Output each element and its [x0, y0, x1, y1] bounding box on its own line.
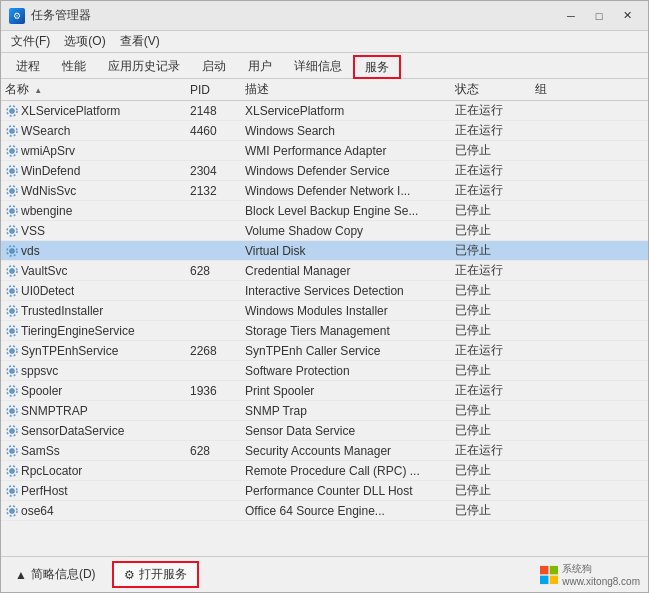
table-row[interactable]: TieringEngineService Storage Tiers Manag…: [1, 321, 648, 341]
table-body[interactable]: XLServicePlatform 2148 XLServicePlatform…: [1, 101, 648, 556]
tab-details[interactable]: 详细信息: [283, 54, 353, 78]
service-icon: [5, 184, 19, 198]
svg-point-34: [10, 448, 15, 453]
col-header-pid[interactable]: PID: [186, 83, 241, 97]
tab-startup[interactable]: 启动: [191, 54, 237, 78]
svg-rect-45: [550, 575, 558, 583]
cell-pid: 628: [186, 444, 241, 458]
col-header-group[interactable]: 组: [531, 81, 591, 98]
cell-name-text: wmiApSrv: [21, 144, 75, 158]
cell-pid: 2304: [186, 164, 241, 178]
menu-view[interactable]: 查看(V): [114, 31, 166, 52]
cell-desc: Credential Manager: [241, 264, 451, 278]
cell-status: 正在运行: [451, 342, 531, 359]
cell-desc: Remote Procedure Call (RPC) ...: [241, 464, 451, 478]
title-bar: ⚙ 任务管理器 ─ □ ✕: [1, 1, 648, 31]
table-row[interactable]: PerfHost Performance Counter DLL Host 已停…: [1, 481, 648, 501]
table-row[interactable]: sppsvc Software Protection 已停止: [1, 361, 648, 381]
svg-point-18: [10, 288, 15, 293]
cell-name: WdNisSvc: [1, 184, 186, 198]
service-icon: [5, 144, 19, 158]
cell-desc: Office 64 Source Engine...: [241, 504, 451, 518]
bottom-bar: ▲ 简略信息(D) ⚙ 打开服务 系统狗 www.xitong8.com: [1, 556, 648, 592]
cell-name: WinDefend: [1, 164, 186, 178]
menu-options[interactable]: 选项(O): [58, 31, 111, 52]
tab-users[interactable]: 用户: [237, 54, 283, 78]
open-service-button[interactable]: ⚙ 打开服务: [112, 561, 199, 588]
tab-app-history[interactable]: 应用历史记录: [97, 54, 191, 78]
cell-name: TrustedInstaller: [1, 304, 186, 318]
table-row[interactable]: VSS Volume Shadow Copy 已停止: [1, 221, 648, 241]
open-service-icon: ⚙: [124, 568, 135, 582]
table-row[interactable]: wbengine Block Level Backup Engine Se...…: [1, 201, 648, 221]
cell-status: 已停止: [451, 462, 531, 479]
cell-name-text: WSearch: [21, 124, 70, 138]
svg-point-26: [10, 368, 15, 373]
cell-name-text: SensorDataService: [21, 424, 124, 438]
cell-name-text: VSS: [21, 224, 45, 238]
cell-desc: Print Spooler: [241, 384, 451, 398]
table-row[interactable]: VaultSvc 628 Credential Manager 正在运行: [1, 261, 648, 281]
cell-desc: SynTPEnh Caller Service: [241, 344, 451, 358]
title-bar-left: ⚙ 任务管理器: [9, 7, 91, 24]
cell-name: SensorDataService: [1, 424, 186, 438]
close-button[interactable]: ✕: [614, 7, 640, 25]
service-icon: [5, 244, 19, 258]
cell-name: PerfHost: [1, 484, 186, 498]
cell-name: RpcLocator: [1, 464, 186, 478]
cell-name: wbengine: [1, 204, 186, 218]
svg-point-0: [10, 108, 15, 113]
tab-performance[interactable]: 性能: [51, 54, 97, 78]
cell-name: SynTPEnhService: [1, 344, 186, 358]
cell-status: 已停止: [451, 222, 531, 239]
service-icon: [5, 424, 19, 438]
table-row[interactable]: SynTPEnhService 2268 SynTPEnh Caller Ser…: [1, 341, 648, 361]
summary-button[interactable]: ▲ 简略信息(D): [9, 564, 102, 585]
cell-name: vds: [1, 244, 186, 258]
table-row[interactable]: SamSs 628 Security Accounts Manager 正在运行: [1, 441, 648, 461]
service-icon: [5, 504, 19, 518]
cell-name-text: TrustedInstaller: [21, 304, 103, 318]
table-row[interactable]: RpcLocator Remote Procedure Call (RPC) .…: [1, 461, 648, 481]
cell-desc: WMI Performance Adapter: [241, 144, 451, 158]
cell-name: Spooler: [1, 384, 186, 398]
cell-desc: Windows Modules Installer: [241, 304, 451, 318]
table-row[interactable]: WinDefend 2304 Windows Defender Service …: [1, 161, 648, 181]
service-icon: [5, 384, 19, 398]
table-row[interactable]: ose64 Office 64 Source Engine... 已停止: [1, 501, 648, 521]
title-buttons: ─ □ ✕: [558, 7, 640, 25]
service-icon: [5, 324, 19, 338]
minimize-button[interactable]: ─: [558, 7, 584, 25]
table-row[interactable]: vds Virtual Disk 已停止: [1, 241, 648, 261]
table-row[interactable]: SensorDataService Sensor Data Service 已停…: [1, 421, 648, 441]
tab-services[interactable]: 服务: [353, 55, 401, 79]
col-header-desc[interactable]: 描述: [241, 81, 451, 98]
cell-pid: 1936: [186, 384, 241, 398]
table-row[interactable]: TrustedInstaller Windows Modules Install…: [1, 301, 648, 321]
table-row[interactable]: Spooler 1936 Print Spooler 正在运行: [1, 381, 648, 401]
service-icon: [5, 284, 19, 298]
col-header-status[interactable]: 状态: [451, 81, 531, 98]
cell-name-text: WinDefend: [21, 164, 80, 178]
table-row[interactable]: UI0Detect Interactive Services Detection…: [1, 281, 648, 301]
table-row[interactable]: WSearch 4460 Windows Search 正在运行: [1, 121, 648, 141]
table-row[interactable]: wmiApSrv WMI Performance Adapter 已停止: [1, 141, 648, 161]
svg-point-6: [10, 168, 15, 173]
app-icon: ⚙: [9, 8, 25, 24]
table-row[interactable]: WdNisSvc 2132 Windows Defender Network I…: [1, 181, 648, 201]
summary-label: 简略信息(D): [31, 566, 96, 583]
summary-icon: ▲: [15, 568, 27, 582]
svg-rect-42: [540, 565, 548, 573]
cell-desc: Windows Defender Network I...: [241, 184, 451, 198]
table-row[interactable]: XLServicePlatform 2148 XLServicePlatform…: [1, 101, 648, 121]
menu-file[interactable]: 文件(F): [5, 31, 56, 52]
cell-status: 正在运行: [451, 162, 531, 179]
tabs-bar: 进程 性能 应用历史记录 启动 用户 详细信息 服务: [1, 53, 648, 79]
svg-point-20: [10, 308, 15, 313]
table-row[interactable]: SNMPTRAP SNMP Trap 已停止: [1, 401, 648, 421]
col-header-name[interactable]: 名称 ▲: [1, 81, 186, 98]
tab-processes[interactable]: 进程: [5, 54, 51, 78]
cell-desc: Software Protection: [241, 364, 451, 378]
maximize-button[interactable]: □: [586, 7, 612, 25]
service-icon: [5, 164, 19, 178]
